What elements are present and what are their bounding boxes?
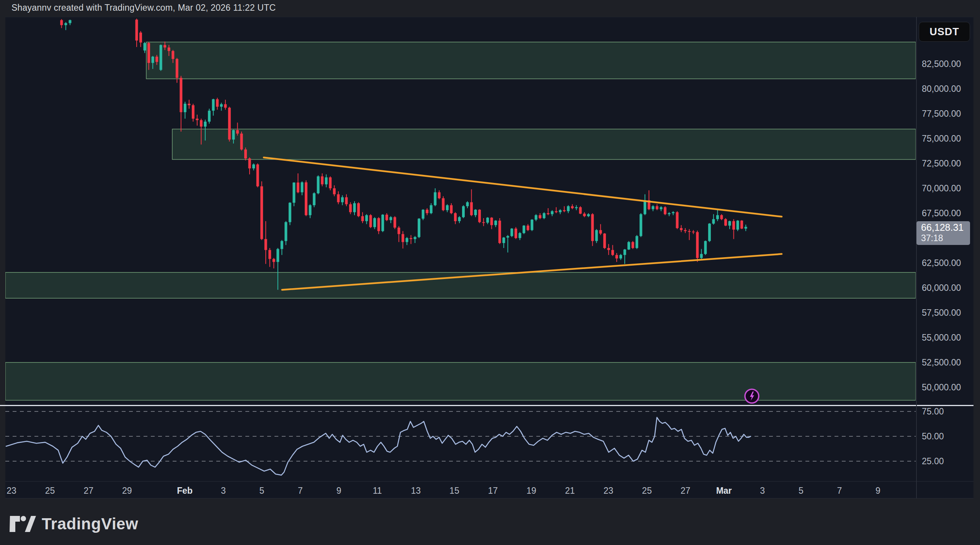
time-tick-label: 3 <box>221 486 226 496</box>
time-tick-label: 3 <box>760 486 765 496</box>
attribution-bar: Shayannv created with TradingView.com, M… <box>0 0 980 17</box>
quote-currency-badge[interactable]: USDT <box>919 22 970 42</box>
rsi-tick-label: 75.00 <box>922 406 944 416</box>
time-tick-label: 27 <box>83 486 93 496</box>
time-tick-label: 9 <box>336 486 341 496</box>
time-tick-label: 7 <box>298 486 303 496</box>
price-tick-label: 60,000.00 <box>922 283 961 293</box>
time-tick-label: 25 <box>45 486 55 496</box>
price-tick-label: 50,000.00 <box>922 382 961 392</box>
time-tick-label: 29 <box>122 486 132 496</box>
price-tick-label: 80,000.00 <box>922 84 961 94</box>
price-tick-label: 77,500.00 <box>922 109 961 119</box>
tradingview-logo-icon <box>10 516 36 532</box>
time-tick-label: 19 <box>526 486 536 496</box>
time-tick-label: 27 <box>681 486 691 496</box>
footer-bar: TradingView <box>0 499 980 545</box>
price-tick-label: 72,500.00 <box>922 158 961 168</box>
time-tick-label: 13 <box>411 486 421 496</box>
time-tick-label: 23 <box>7 486 16 496</box>
lightning-icon <box>744 388 760 404</box>
time-tick-label: 21 <box>565 486 575 496</box>
last-price-value: 66,128.31 <box>921 222 970 233</box>
price-tick-label: 82,500.00 <box>922 59 961 69</box>
time-tick-label: 5 <box>799 486 804 496</box>
price-tick-label: 52,500.00 <box>922 357 961 367</box>
time-tick-label: 25 <box>642 486 652 496</box>
resistance-zone-1 <box>146 42 916 79</box>
attribution-text: Shayannv created with TradingView.com, M… <box>11 3 276 13</box>
tradingview-logo-text: TradingView <box>42 515 138 533</box>
last-price-label: 66,128.31 37:18 <box>916 221 970 245</box>
time-tick-label: 5 <box>260 486 265 496</box>
time-tick-label: 17 <box>488 486 498 496</box>
tradingview-logo[interactable]: TradingView <box>10 515 138 533</box>
price-tick-label: 62,500.00 <box>922 258 961 268</box>
support-zone-2 <box>5 362 916 400</box>
price-tick-label: 67,500.00 <box>922 208 961 218</box>
time-tick-label: 9 <box>875 486 880 496</box>
pane-separator[interactable] <box>0 405 973 406</box>
price-tick-label: 75,000.00 <box>922 134 961 144</box>
price-tick-label: 57,500.00 <box>922 308 961 318</box>
time-tick-label: 11 <box>373 486 382 496</box>
bar-countdown-timer: 37:18 <box>921 233 970 243</box>
resistance-zone-2 <box>172 129 916 159</box>
tradingview-chart-screenshot: 82,500.0080,000.0077,500.0075,000.0072,5… <box>0 0 980 545</box>
rsi-tick-label: 25.00 <box>922 456 944 466</box>
lightning-badge[interactable] <box>744 388 760 404</box>
price-tick-label: 55,000.00 <box>922 333 961 343</box>
price-tick-label: 70,000.00 <box>922 183 961 193</box>
time-tick-label: Mar <box>716 486 732 496</box>
rsi-tick-label: 50.00 <box>922 431 944 441</box>
time-tick-label: 7 <box>837 486 842 496</box>
time-tick-label: 23 <box>604 486 614 496</box>
chart-background <box>5 17 973 498</box>
time-tick-label: Feb <box>177 486 193 496</box>
time-tick-label: 15 <box>449 486 459 496</box>
chart-canvas[interactable]: 82,500.0080,000.0077,500.0075,000.0072,5… <box>0 0 980 501</box>
